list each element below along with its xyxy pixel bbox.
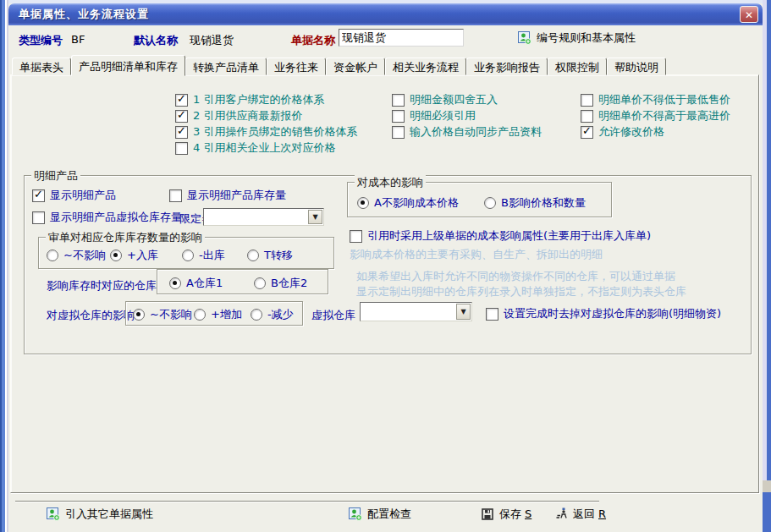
- checkbox-label: 明细单价不得低于最低售价: [598, 92, 730, 107]
- checkbox-box: [392, 94, 405, 107]
- checkbox-price-sync-product[interactable]: 输入价格自动同步产品资料: [392, 124, 542, 140]
- radio-label: B影响价格和数量: [501, 195, 586, 211]
- checkbox-box: [175, 126, 188, 139]
- numbering-rules-button[interactable]: 编号规则和基本属性: [518, 30, 636, 46]
- import-other-attributes-button[interactable]: 引入其它单据属性: [47, 507, 153, 522]
- checkbox-not-below-min-price[interactable]: 明细单价不得低于最低售价: [581, 92, 730, 107]
- checkbox-label: 4 引用相关企业上次对应价格: [193, 140, 335, 156]
- checkbox-box: [486, 308, 498, 321]
- checkbox-show-virtual-stock[interactable]: 显示明细产品虚拟仓库存量: [32, 210, 182, 225]
- title-bar[interactable]: 单据属性、业务流程设置: [8, 3, 763, 25]
- checkbox-operator-price-system[interactable]: 3 引用操作员绑定的销售价格体系: [175, 124, 357, 140]
- radio-virtual-no-effect[interactable]: ~不影响: [133, 307, 192, 322]
- checkbox-label: 显示明细产品虚拟仓库存量: [50, 210, 182, 225]
- background-window-edge-left: [0, 0, 8, 532]
- close-icon[interactable]: [740, 6, 758, 23]
- warehouse-row-label: 影响库存时对应的仓库: [47, 278, 157, 293]
- config-check-label: 配置检查: [367, 507, 411, 522]
- radio-audit-no-effect[interactable]: ~不影响: [47, 248, 106, 263]
- checkbox-customer-price-system[interactable]: 1 引用客户绑定的价格体系: [175, 92, 324, 107]
- radio-label: -减少: [267, 307, 294, 322]
- radio-audit-stock-out[interactable]: -出库: [182, 248, 225, 263]
- radio-dot: [484, 197, 496, 209]
- checkbox-label: 明细金额四舍五入: [410, 92, 498, 107]
- radio-virtual-increase[interactable]: +增加: [194, 307, 242, 322]
- radio-virtual-decrease[interactable]: -减少: [251, 307, 294, 322]
- cost-hint-3: 显示定制出明细中的仓库列在录入时单独指定，不指定则为表头仓库: [356, 284, 686, 299]
- checkbox-box: [392, 110, 405, 123]
- tab-help[interactable]: 帮助说明: [607, 58, 666, 75]
- checkbox-box: [581, 126, 593, 139]
- type-code-value: BF: [71, 33, 85, 46]
- radio-label: +增加: [211, 307, 242, 322]
- radio-audit-transfer[interactable]: T转移: [247, 248, 293, 263]
- tab-convert-product-list[interactable]: 转换产品清单: [185, 58, 267, 75]
- person-card-icon: [47, 507, 60, 521]
- chevron-down-icon[interactable]: [456, 304, 471, 320]
- person-card-icon: [518, 31, 531, 45]
- checkbox-not-above-max-price[interactable]: 明细单价不得高于最高进价: [581, 108, 730, 123]
- radio-warehouse-b[interactable]: B仓库2: [254, 276, 307, 291]
- checkbox-box: [392, 126, 405, 139]
- radio-dot: [254, 277, 266, 289]
- tab-permission-control[interactable]: 权限控制: [548, 58, 607, 75]
- checkbox-related-company-last-price[interactable]: 4 引用相关企业上次对应价格: [175, 140, 335, 156]
- radio-dot: [182, 250, 194, 261]
- radio-label: ~不影响: [150, 307, 192, 322]
- radio-dot: [169, 277, 181, 289]
- radio-dot: [47, 250, 58, 261]
- radio-label: A不影响成本价格: [374, 195, 459, 211]
- checkbox-box: [169, 189, 182, 202]
- type-code-label: 类型编号: [19, 33, 63, 48]
- virtual-warehouse-combobox[interactable]: [360, 302, 472, 321]
- person-card-icon: [349, 507, 362, 521]
- tab-impact-report[interactable]: 业务影响报告: [466, 58, 548, 75]
- tab-document-header[interactable]: 单据表头: [12, 58, 71, 75]
- checkbox-label: 1 引用客户绑定的价格体系: [193, 92, 324, 107]
- tab-product-detail-stock[interactable]: 产品明细清单和库存: [71, 55, 185, 76]
- checkbox-box: [350, 230, 362, 243]
- checkbox-label: 2 引用供应商最新报价: [193, 108, 302, 123]
- checkbox-detail-must-reference[interactable]: 明细必须引用: [392, 108, 476, 123]
- limit-combobox[interactable]: [203, 208, 324, 226]
- checkbox-inherit-cost-attribute[interactable]: 引用时采用上级单据的成本影响属性(主要用于出库入库单): [350, 228, 651, 244]
- walking-exit-icon: [554, 507, 568, 521]
- radio-cost-no-effect[interactable]: A不影响成本价格: [357, 195, 459, 211]
- detail-product-group-title: 明细产品: [31, 168, 80, 184]
- cost-hint-2: 如果希望出入库时允许不同的物资操作不同的仓库，可以通过单据: [356, 269, 675, 284]
- audit-stock-impact-title: 审单对相应仓库库存数量的影响: [46, 230, 205, 245]
- checkbox-amount-rounding[interactable]: 明细金额四舍五入: [392, 92, 498, 107]
- tab-fund-accounts[interactable]: 资金帐户: [326, 58, 385, 75]
- checkbox-label: 显示明细产品: [50, 188, 116, 203]
- tab-bar: 单据表头 产品明细清单和库存 转换产品清单 业务往来 资金帐户 相关业务流程 业…: [12, 54, 666, 75]
- save-button[interactable]: 保存S: [481, 507, 531, 522]
- checkbox-remove-virtual-impact[interactable]: 设置完成时去掉对虚拟仓库的影响(明细物资): [486, 306, 721, 321]
- radio-audit-stock-in[interactable]: +入库: [110, 248, 158, 263]
- chevron-down-icon[interactable]: [308, 210, 322, 224]
- radio-label: ~不影响: [63, 248, 106, 263]
- config-check-button[interactable]: 配置检查: [349, 507, 411, 522]
- tab-related-flows[interactable]: 相关业务流程: [385, 58, 466, 75]
- radio-label: A仓库1: [186, 276, 223, 291]
- checkbox-box: [175, 142, 188, 155]
- radio-label: T转移: [264, 248, 293, 263]
- return-button[interactable]: 返回R: [554, 507, 606, 522]
- checkbox-allow-price-edit[interactable]: 允许修改价格: [581, 124, 664, 140]
- tab-business-contacts[interactable]: 业务往来: [267, 58, 326, 75]
- radio-label: B仓库2: [271, 276, 307, 291]
- checkbox-supplier-latest-quote[interactable]: 2 引用供应商最新报价: [175, 108, 302, 123]
- checkbox-label: 3 引用操作员绑定的销售价格体系: [193, 124, 357, 140]
- doc-name-input[interactable]: [339, 29, 464, 47]
- default-name-label: 默认名称: [134, 33, 178, 48]
- radio-warehouse-a[interactable]: A仓库1: [169, 276, 223, 291]
- checkbox-label: 允许修改价格: [598, 124, 664, 140]
- save-label: 保存S: [499, 507, 531, 522]
- radio-dot: [133, 309, 145, 321]
- virtual-impact-label: 对虚拟仓库的影响: [47, 308, 135, 323]
- background-scrollbar-thumb: [763, 480, 771, 492]
- checkbox-label: 显示明细产品库存量: [187, 188, 286, 203]
- checkbox-show-detail-stock[interactable]: 显示明细产品库存量: [169, 188, 286, 203]
- checkbox-show-detail-product[interactable]: 显示明细产品: [32, 188, 116, 203]
- numbering-rules-label: 编号规则和基本属性: [537, 30, 636, 46]
- radio-cost-affect-price-qty[interactable]: B影响价格和数量: [484, 195, 586, 211]
